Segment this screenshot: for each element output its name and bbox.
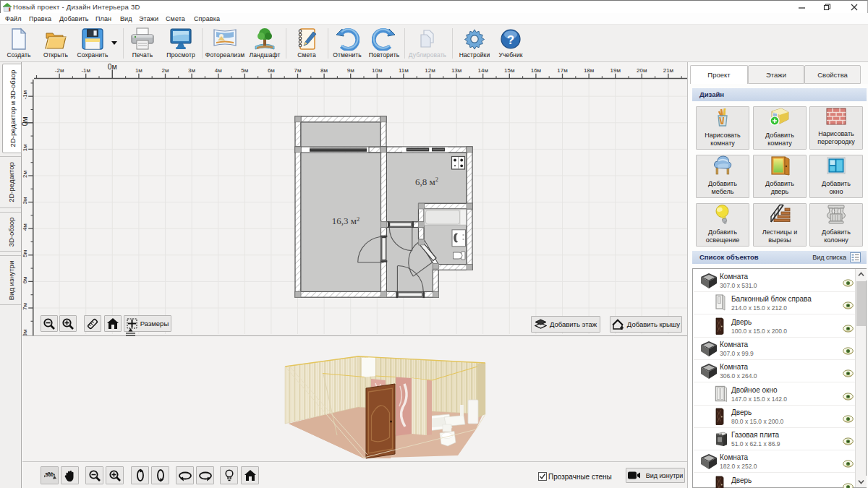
- svg-text:15м: 15м: [504, 67, 514, 74]
- svg-text:2м: 2м: [22, 171, 28, 178]
- svg-text:2м: 2м: [162, 67, 169, 74]
- svg-text:1м: 1м: [22, 144, 28, 151]
- svg-text:14м: 14м: [477, 67, 488, 74]
- svg-text:360: 360: [46, 472, 54, 477]
- svg-text:13м: 13м: [451, 67, 461, 74]
- svg-text:8м: 8м: [320, 67, 328, 74]
- svg-text:3м: 3м: [188, 67, 195, 74]
- svg-text:10м: 10м: [372, 67, 382, 74]
- svg-text:4м: 4м: [22, 223, 28, 231]
- svg-text:5м: 5м: [241, 67, 248, 74]
- svg-text:0м: 0м: [108, 62, 117, 71]
- svg-text:6м: 6м: [268, 67, 275, 74]
- svg-text:1м: 1м: [135, 67, 142, 74]
- svg-text:17м: 17м: [557, 67, 567, 74]
- svg-text:21м: 21м: [663, 67, 673, 74]
- svg-text:5м: 5м: [22, 250, 28, 257]
- svg-text:-1м: -1м: [81, 67, 90, 74]
- svg-text:7м: 7м: [294, 67, 302, 74]
- svg-text:16,3 м2: 16,3 м2: [332, 215, 359, 227]
- svg-text:11м: 11м: [399, 67, 409, 74]
- svg-text:4м: 4м: [215, 67, 222, 74]
- svg-text:18м: 18м: [584, 67, 594, 74]
- svg-text:6,8 м2: 6,8 м2: [415, 176, 438, 187]
- svg-text:-2м: -2м: [55, 67, 64, 74]
- svg-text:12м: 12м: [425, 67, 435, 74]
- svg-text:19м: 19м: [610, 67, 620, 74]
- svg-text:7м: 7м: [22, 303, 28, 310]
- svg-text:-1м: -1м: [22, 90, 28, 100]
- svg-text:6м: 6м: [22, 276, 28, 283]
- svg-text:16м: 16м: [531, 67, 541, 74]
- svg-text:20м: 20м: [637, 67, 647, 74]
- svg-text:0м: 0м: [22, 116, 29, 126]
- svg-text:9м: 9м: [347, 67, 354, 74]
- svg-text:3м: 3м: [22, 197, 28, 205]
- svg-text:?: ?: [507, 33, 514, 47]
